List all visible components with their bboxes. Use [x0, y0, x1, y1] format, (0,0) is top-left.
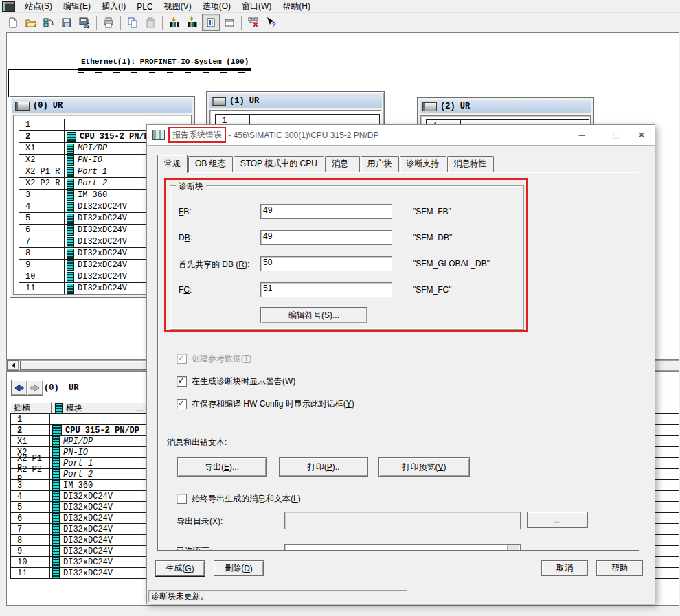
checkbox-box: [177, 494, 187, 504]
upload-icon[interactable]: [184, 14, 201, 30]
dialog-tab[interactable]: STOP 模式中的 CPU: [234, 156, 324, 172]
save-station-icon[interactable]: [41, 14, 57, 30]
module-icon: [52, 425, 62, 435]
module-icon: [52, 513, 60, 523]
diag-field-row: 首先共享的 DB (R): 50 "SFM_GLOBAL_DB": [179, 254, 536, 280]
menu-item[interactable]: 插入(I): [96, 0, 131, 12]
dialog-tab[interactable]: 用户块: [361, 156, 399, 172]
dialog-tab[interactable]: 诊断支持: [400, 156, 446, 172]
menu-item[interactable]: 站点(S): [19, 0, 58, 12]
profinet-bus-line[interactable]: [78, 68, 251, 71]
diag-field-input[interactable]: 49: [260, 230, 392, 245]
dialog-title: - 456\SIMATIC 300(1)\CPU 315-2 PN/DP: [226, 130, 379, 140]
rack0-titlebar[interactable]: (0) UR: [12, 99, 192, 113]
export-button[interactable]: 导出(E)...: [177, 457, 267, 477]
module-icon: [52, 535, 60, 545]
close-icon[interactable]: [628, 125, 655, 145]
catalog-icon[interactable]: [202, 14, 220, 31]
cancel-button[interactable]: 取消: [541, 560, 588, 576]
dialog-tab[interactable]: OB 组态: [188, 156, 233, 172]
toolbar-separator: [162, 16, 163, 30]
browse-button[interactable]: ...: [527, 512, 588, 528]
print-preview-button[interactable]: 打印预览(V): [378, 457, 470, 477]
rack-icon: [15, 102, 30, 111]
help-button[interactable]: 帮助: [596, 560, 643, 576]
new-icon[interactable]: [5, 14, 21, 30]
rack2-title: (2) UR: [440, 102, 470, 111]
generate-button[interactable]: 生成(G): [155, 560, 205, 576]
bus-connector-h: [8, 69, 78, 70]
module-icon: [67, 272, 74, 282]
rack-icon: [422, 102, 437, 111]
menu-item[interactable]: 选项(O): [197, 0, 236, 12]
more-columns-label: ...: [137, 404, 144, 413]
dialog-tab[interactable]: 消息: [325, 156, 360, 172]
combo-dropdown-icon[interactable]: [507, 545, 519, 551]
always-export-checkbox[interactable]: 始终导出生成的消息和文本(L): [177, 493, 301, 505]
minimize-icon[interactable]: [568, 125, 596, 145]
menu-item[interactable]: 帮助(H): [277, 0, 316, 12]
nav-forward-button[interactable]: [27, 380, 43, 396]
app-icon[interactable]: [2, 1, 15, 12]
language-combo[interactable]: [284, 544, 521, 551]
export-dir-input[interactable]: [284, 512, 521, 529]
dialog-tab[interactable]: 常规: [157, 155, 188, 173]
delete-button[interactable]: 删除(D): [214, 560, 264, 576]
menu-item[interactable]: 编辑(E): [58, 0, 96, 12]
group-title: 诊断块: [176, 181, 206, 192]
svg-text:01: 01: [84, 24, 89, 29]
network-icon[interactable]: [245, 14, 262, 30]
menu-item[interactable]: 视图(V): [159, 0, 197, 12]
menu-bar: 站点(S)编辑(E)插入(I)PLC视图(V)选项(O)窗口(W)帮助(H): [0, 0, 680, 13]
report-system-error-dialog: 报告系统错误 - 456\SIMATIC 300(1)\CPU 315-2 PN…: [146, 124, 655, 604]
checkbox-box: [177, 354, 187, 364]
module-icon: [67, 179, 74, 189]
dialog-tab[interactable]: 消息特性: [447, 156, 494, 172]
rack0-title: (0) UR: [33, 101, 63, 111]
module-icon: [52, 546, 60, 556]
dialog-checkbox[interactable]: 在保存和编译 HW Config 时显示此对话框(Y): [177, 393, 354, 415]
diag-field-input[interactable]: 51: [260, 282, 392, 297]
rack2-titlebar[interactable]: (2) UR: [420, 100, 591, 113]
module-icon: [52, 469, 60, 479]
save-icon[interactable]: [58, 14, 75, 30]
module-icon: [67, 167, 74, 177]
rack-name-label: UR: [69, 383, 78, 393]
rack-icon: [212, 97, 226, 106]
save-compile-icon[interactable]: 01: [76, 14, 93, 30]
print-icon[interactable]: [100, 14, 117, 30]
module-icon: [67, 249, 74, 259]
profinet-bus-label[interactable]: Ethernet(1): PROFINET-IO-System (100): [81, 58, 249, 66]
dialog-tabs: 常规OB 组态STOP 模式中的 CPU消息 用户块诊断支持消息特性: [157, 157, 495, 172]
messages-section-label: 消息和出错文本:: [167, 437, 227, 448]
menu-item[interactable]: PLC: [131, 0, 158, 12]
slot-column-header[interactable]: 插槽: [10, 402, 52, 414]
dialog-titlebar[interactable]: 报告系统错误 - 456\SIMATIC 300(1)\CPU 315-2 PN…: [147, 125, 655, 146]
svg-text:?: ?: [271, 21, 276, 29]
print-button[interactable]: 打印(P)..: [279, 457, 368, 477]
menu-item[interactable]: 窗口(W): [236, 0, 277, 12]
edit-symbols-button[interactable]: 编辑符号(S)...: [260, 307, 367, 323]
module-icon: [67, 237, 74, 247]
nav-back-button[interactable]: [11, 380, 27, 396]
scroll-left-arrow-icon: [9, 363, 15, 368]
module-icon: [67, 225, 74, 236]
scrollbar-thumb[interactable]: [20, 361, 150, 370]
module-icon: [52, 436, 60, 446]
rack1-titlebar[interactable]: (1) UR: [209, 94, 382, 108]
module-column-header[interactable]: 模块 ...: [52, 402, 147, 414]
diag-field-input[interactable]: 50: [260, 256, 392, 271]
module-icon: [52, 557, 60, 567]
diag-field-input[interactable]: 49: [260, 204, 392, 219]
module-icon: [52, 491, 60, 501]
maximize-icon: [603, 125, 631, 145]
open-icon[interactable]: [23, 14, 39, 30]
download-icon[interactable]: [166, 14, 183, 30]
scroll-left-button[interactable]: [7, 360, 19, 371]
config-table-icon[interactable]: [221, 14, 238, 30]
module-icon: [67, 190, 74, 201]
copy-icon[interactable]: [124, 14, 141, 30]
dialog-checkbox[interactable]: 在生成诊断块时显示警告(W): [177, 370, 354, 393]
dialog-checkbox[interactable]: 创建参考数据(T): [177, 347, 354, 370]
help-icon[interactable]: ?: [263, 14, 280, 30]
